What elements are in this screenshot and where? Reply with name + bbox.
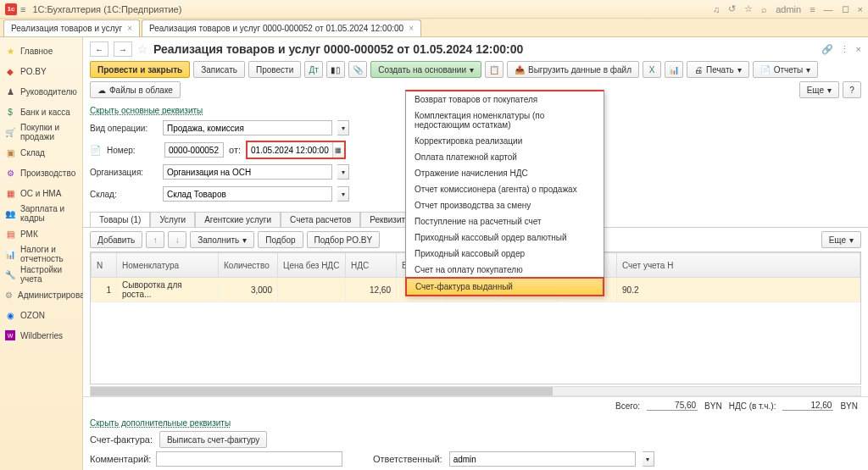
scroll-thumb[interactable] [91, 387, 553, 395]
tab-agent[interactable]: Агентские услуги [195, 212, 281, 227]
cell-vat[interactable]: 12,60 [346, 278, 397, 302]
menu-item[interactable]: Приходный кассовый ордер валютный [406, 229, 604, 246]
pick-button[interactable]: Подбор [258, 231, 303, 248]
hide-extra-link[interactable]: Скрыть дополнительные реквизиты [90, 418, 231, 428]
write-invoice-button[interactable]: Выписать счет-фактуру [159, 431, 267, 448]
menu-item[interactable]: Оплата платежной картой [406, 149, 604, 165]
menu-item[interactable]: Комплектация номенклатуры (по недостающи… [406, 108, 604, 133]
nav-forward-button[interactable]: → [114, 41, 132, 57]
sidebar-item-bank[interactable]: $Банк и касса [0, 102, 82, 122]
sidebar-item-main[interactable]: ★Главное [0, 41, 82, 61]
user-label[interactable]: admin [776, 4, 801, 14]
grid-more-button[interactable]: Еще ▾ [821, 231, 861, 248]
tab-goods[interactable]: Товары (1) [90, 212, 150, 227]
cell-n[interactable]: 1 [92, 278, 117, 302]
sidebar-item-wb[interactable]: WWildberries [0, 325, 82, 346]
menu-item[interactable]: Отчет комиссионера (агента) о продажах [406, 181, 604, 197]
tab-accounts[interactable]: Счета расчетов [281, 212, 360, 227]
sidebar-item-taxes[interactable]: 📊Налоги и отчетность [0, 244, 82, 264]
minimize-icon[interactable]: — [824, 4, 833, 14]
operation-field[interactable] [163, 120, 332, 135]
maximize-icon[interactable]: ◻ [842, 3, 849, 14]
move-up-button[interactable]: ↑ [146, 231, 164, 248]
sidebar-item-poby[interactable]: ◆PO.BY [0, 61, 82, 81]
action1-button[interactable]: 📋 [485, 61, 504, 78]
dropdown-icon[interactable]: ▾ [337, 120, 349, 135]
post-and-close-button[interactable]: Провести и закрыть [90, 61, 190, 78]
col-price[interactable]: Цена без НДС [278, 253, 346, 278]
menu-item[interactable]: Отражение начисления НДС [406, 165, 604, 181]
search-icon[interactable]: ⌕ [761, 4, 767, 14]
create-based-button[interactable]: Создать на основании ▾ [370, 61, 481, 78]
col-vat[interactable]: НДС [346, 253, 397, 278]
sidebar-item-sales[interactable]: 🛒Покупки и продажи [0, 122, 82, 142]
favorite-icon[interactable]: ☆ [744, 3, 753, 14]
close-icon[interactable]: × [858, 4, 863, 14]
col-acct2[interactable]: Счет учета Н [617, 253, 860, 278]
org-field[interactable] [163, 164, 332, 180]
sidebar-item-settings[interactable]: 🔧Настройки учета [0, 264, 82, 285]
date-field[interactable] [248, 142, 332, 158]
tab-close-icon[interactable]: × [127, 24, 132, 33]
cell-nom[interactable]: Сыворотка для роста... [117, 278, 219, 302]
tab-item[interactable]: Реализация товаров и услуг 0000-000052 о… [142, 19, 421, 36]
export-button[interactable]: 📤Выгрузить данные в файл [507, 61, 639, 78]
save-button[interactable]: Записать [193, 61, 245, 78]
link-icon[interactable]: 🔗 [821, 44, 833, 55]
help-button[interactable]: ? [843, 81, 861, 98]
dropdown-icon[interactable]: ▾ [337, 164, 349, 180]
sidebar-item-assets[interactable]: ▦ОС и НМА [0, 183, 82, 203]
post-button[interactable]: Провести [248, 61, 301, 78]
attach-button[interactable]: 📎 [348, 61, 367, 78]
cell-acct2[interactable]: 90.2 [617, 278, 860, 302]
more-button[interactable]: Еще ▾ [799, 81, 839, 98]
dropdown-icon[interactable]: ▾ [337, 186, 349, 202]
bell-icon[interactable]: ♫ [713, 4, 720, 14]
menu-item[interactable]: Счет на оплату покупателю [406, 262, 604, 278]
fill-button[interactable]: Заполнить ▾ [190, 231, 254, 248]
sidebar-item-admin[interactable]: ⚙Администрирование [0, 285, 82, 305]
excel-button[interactable]: X [643, 61, 661, 78]
print-button[interactable]: 🖨Печать ▾ [687, 61, 749, 78]
sidebar-item-manager[interactable]: ♟Руководителю [0, 81, 82, 102]
tab-close-icon[interactable]: × [409, 24, 414, 33]
dropdown-icon[interactable]: ▾ [643, 451, 654, 467]
cell-price[interactable] [278, 278, 346, 302]
hamburger-icon[interactable]: ≡ [20, 4, 25, 14]
move-down-button[interactable]: ↓ [168, 231, 186, 248]
barcode-button[interactable]: ▮▯ [326, 61, 345, 78]
sidebar-item-warehouse[interactable]: ▣Склад [0, 142, 82, 163]
resp-field[interactable] [449, 451, 636, 467]
add-row-button[interactable]: Добавить [90, 231, 142, 248]
menu-item-invoice-issued[interactable]: Счет-фактура выданный [405, 277, 604, 296]
more-icon[interactable]: ⋮ [840, 44, 849, 55]
settings-icon[interactable]: ≡ [810, 4, 815, 14]
close-panel-icon[interactable]: × [856, 44, 861, 55]
sidebar-item-hr[interactable]: 👥Зарплата и кадры [0, 203, 82, 224]
col-qty[interactable]: Количество [219, 253, 278, 278]
files-button[interactable]: ☁Файлы в облаке [90, 81, 181, 98]
col-n[interactable]: N [92, 253, 117, 278]
history-icon[interactable]: ↺ [728, 3, 736, 14]
warehouse-field[interactable] [163, 186, 332, 202]
reports-button[interactable]: 📄Отчеты ▾ [753, 61, 819, 78]
hide-details-link[interactable]: Скрыть основные реквизиты [90, 106, 203, 115]
menu-item[interactable]: Возврат товаров от покупателя [406, 91, 604, 108]
horizontal-scrollbar[interactable] [90, 386, 861, 396]
action2-button[interactable]: 📊 [665, 61, 683, 78]
tab-services[interactable]: Услуги [150, 212, 195, 227]
sidebar-item-ozon[interactable]: ◉OZON [0, 305, 82, 325]
dt-kt-button[interactable]: Дт [304, 61, 323, 78]
number-field[interactable] [164, 142, 224, 158]
menu-item[interactable]: Отчет производства за смену [406, 197, 604, 213]
favorite-star-icon[interactable]: ☆ [137, 42, 148, 56]
sidebar-item-production[interactable]: ⚙Производство [0, 163, 82, 183]
tab-item[interactable]: Реализация товаров и услуг× [3, 19, 140, 36]
menu-item[interactable]: Приходный кассовый ордер [406, 246, 604, 262]
menu-item[interactable]: Корректировка реализации [406, 133, 604, 149]
pick-poby-button[interactable]: Подбор PO.BY [307, 231, 381, 248]
cell-qty[interactable]: 3,000 [219, 278, 278, 302]
nav-back-button[interactable]: ← [90, 41, 108, 57]
menu-item[interactable]: Поступление на расчетный счет [406, 213, 604, 229]
calendar-icon[interactable]: ▦ [332, 142, 344, 158]
